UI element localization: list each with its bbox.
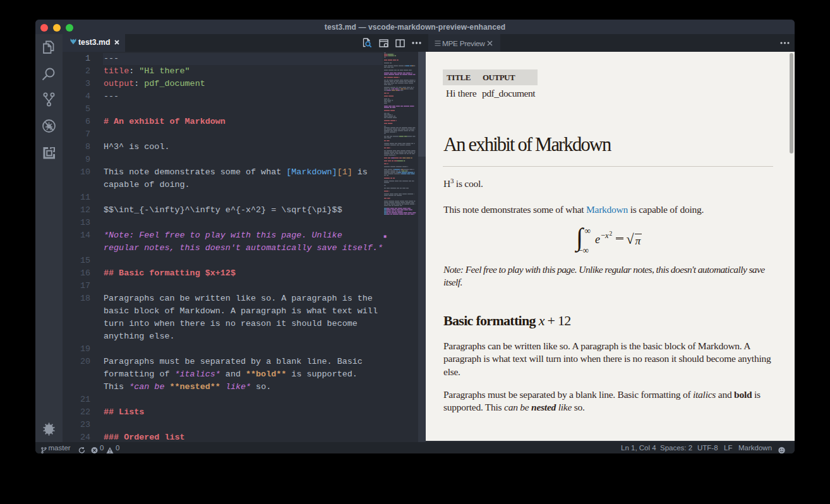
svg-text:✱: ✱ <box>383 234 387 240</box>
